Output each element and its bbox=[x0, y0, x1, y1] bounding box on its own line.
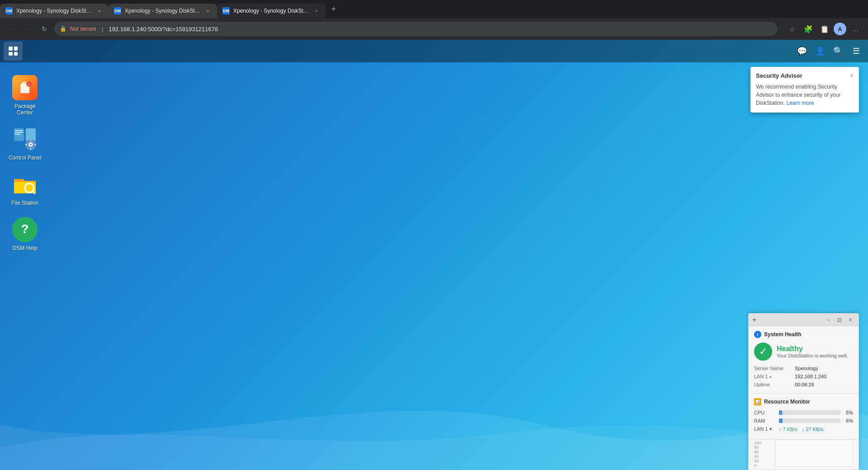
lan-speeds: ↑ 7 KB/s ↓ 27 KB/s bbox=[779, 427, 823, 432]
package-center-label: Package Center bbox=[6, 103, 43, 116]
back-button[interactable]: ← bbox=[5, 23, 18, 35]
taskbar-right: 💬 👤 🔍 ☰ bbox=[794, 43, 864, 59]
svg-rect-8 bbox=[26, 128, 36, 141]
health-status: Healthy bbox=[777, 345, 848, 353]
dsm-taskbar: 💬 👤 🔍 ☰ bbox=[0, 40, 868, 62]
collections-icon[interactable]: 📋 bbox=[817, 22, 832, 36]
uptime-value: 00:06:26 bbox=[795, 381, 853, 389]
cpu-bar-wrap bbox=[779, 410, 840, 415]
dsm-help-icon[interactable]: ? DSM Help bbox=[5, 213, 45, 255]
tab-3-close[interactable]: × bbox=[313, 7, 320, 14]
tab-2[interactable]: DM Xpenology - Synology DiskStat... × bbox=[108, 4, 217, 18]
tab-1-close[interactable]: × bbox=[96, 7, 103, 14]
chart-container: 100 80 60 40 20 0 bbox=[754, 440, 853, 467]
forward-button[interactable]: → bbox=[22, 23, 34, 35]
package-center-icon[interactable]: ! Package Center bbox=[5, 71, 45, 119]
widget-close-button[interactable]: × bbox=[846, 315, 855, 324]
info-icon: i bbox=[754, 331, 761, 338]
health-check-icon: ✓ bbox=[754, 343, 772, 361]
browser-chrome: DM Xpenology - Synology DiskStat... × DM… bbox=[0, 0, 868, 40]
chart-y-axis: 100 80 60 40 20 0 bbox=[754, 440, 761, 467]
health-text: Healthy Your DiskStation is working well… bbox=[777, 345, 848, 358]
health-row: ✓ Healthy Your DiskStation is working we… bbox=[754, 343, 853, 361]
svg-text:?: ? bbox=[21, 222, 28, 236]
tab-3[interactable]: DM Xpenology - Synology DiskStat... × bbox=[217, 4, 326, 18]
cpu-label: CPU bbox=[754, 410, 779, 415]
dsm-logo-grid bbox=[9, 47, 18, 56]
ram-bar-wrap bbox=[779, 418, 840, 423]
ram-row: RAM 6% bbox=[754, 418, 853, 423]
svg-rect-13 bbox=[30, 148, 31, 150]
address-input[interactable]: 🔒 Not secure | 192.168.1.240:5000/?dc=15… bbox=[54, 22, 778, 36]
tab-2-close[interactable]: × bbox=[204, 7, 212, 14]
profile-avatar[interactable]: A bbox=[834, 23, 846, 35]
system-health-title: i System Health bbox=[754, 331, 853, 338]
uptime-label: Uptime bbox=[754, 381, 795, 389]
bookmark-star-icon[interactable]: ☆ bbox=[785, 22, 799, 36]
menu-button[interactable]: ☰ bbox=[848, 43, 864, 59]
dsm-logo-button[interactable] bbox=[4, 42, 23, 61]
server-name-value: Xpenology bbox=[795, 364, 853, 372]
lan-value: 192.168.1.240 bbox=[795, 372, 853, 381]
svg-text:!: ! bbox=[28, 83, 30, 87]
file-station-label: File Station bbox=[11, 200, 38, 206]
tab-1[interactable]: DM Xpenology - Synology DiskStat... × bbox=[0, 4, 108, 18]
lan-speed-row: LAN 1 ▾ ↑ 7 KB/s ↓ 27 KB/s bbox=[754, 426, 853, 432]
upload-speed: ↑ 7 KB/s bbox=[779, 427, 797, 432]
lan-speed-arrow[interactable]: ▾ bbox=[769, 426, 772, 432]
tab-2-title: Xpenology - Synology DiskStat... bbox=[125, 8, 202, 14]
widget-controls: − ⊡ × bbox=[824, 315, 855, 324]
widget-titlebar: + − ⊡ × bbox=[749, 314, 859, 326]
background-wave bbox=[0, 334, 868, 470]
ram-percent: 6% bbox=[840, 418, 853, 423]
dsm-help-label: DSM Help bbox=[13, 245, 38, 251]
message-button[interactable]: 💬 bbox=[794, 43, 810, 59]
lan-dropdown-arrow[interactable]: ▾ bbox=[769, 375, 771, 379]
tab-3-title: Xpenology - Synology DiskStat... bbox=[233, 8, 310, 14]
security-popup-close[interactable]: × bbox=[850, 72, 854, 79]
cpu-percent: 5% bbox=[840, 410, 853, 415]
lan-speed-label: LAN 1 ▾ bbox=[754, 426, 779, 432]
refresh-button[interactable]: ↻ bbox=[38, 23, 51, 35]
widget-restore-button[interactable]: ⊡ bbox=[835, 315, 844, 324]
widget-minimize-button[interactable]: − bbox=[824, 315, 833, 324]
svg-rect-14 bbox=[25, 144, 27, 145]
tab-1-favicon: DM bbox=[5, 7, 13, 14]
security-popup-header: Security Advisor × bbox=[756, 72, 854, 79]
extensions-icon[interactable]: 🧩 bbox=[801, 22, 816, 36]
health-description: Your DiskStation is working well. bbox=[777, 353, 848, 358]
new-tab-button[interactable]: + bbox=[327, 3, 340, 15]
chart-inner bbox=[775, 440, 853, 467]
chart-y-0: 0 bbox=[754, 463, 761, 468]
svg-rect-5 bbox=[15, 130, 23, 131]
browser-toolbar: ☆ 🧩 📋 A … bbox=[785, 22, 863, 36]
chart-y-40: 40 bbox=[754, 454, 761, 459]
svg-rect-12 bbox=[30, 139, 31, 141]
svg-rect-15 bbox=[34, 144, 36, 145]
search-button[interactable]: 🔍 bbox=[830, 43, 846, 59]
tab-2-favicon: DM bbox=[114, 7, 121, 14]
address-text: 192.168.1.240:5000/?dc=1591931211678 bbox=[108, 26, 218, 33]
security-popup-title: Security Advisor bbox=[756, 72, 802, 79]
resource-monitor-section: 📊 Resource Monitor CPU 5% RAM 6% bbox=[749, 394, 859, 440]
address-bar: ← → ↻ 🔒 Not secure | 192.168.1.240:5000/… bbox=[0, 18, 868, 40]
svg-rect-7 bbox=[15, 134, 20, 135]
security-icon: 🔒 bbox=[60, 26, 66, 32]
security-label: Not secure bbox=[70, 26, 96, 32]
file-station-icon[interactable]: File Station bbox=[5, 168, 45, 210]
system-widget: + − ⊡ × i System Health ✓ Healthy Your D… bbox=[748, 313, 859, 470]
chart-area: 100 80 60 40 20 0 bbox=[749, 440, 859, 470]
lan-label: LAN 1 ▾ bbox=[754, 372, 795, 381]
control-panel-icon[interactable]: Control Panel bbox=[5, 123, 45, 164]
menu-icon[interactable]: … bbox=[848, 22, 863, 36]
person-button[interactable]: 👤 bbox=[812, 43, 828, 59]
tab-bar: DM Xpenology - Synology DiskStat... × DM… bbox=[0, 0, 868, 18]
chart-y-80: 80 bbox=[754, 445, 761, 450]
control-panel-img bbox=[12, 127, 38, 152]
health-info-table: Server Name Xpenology LAN 1 ▾ 192.168.1.… bbox=[754, 364, 853, 389]
security-advisor-popup: Security Advisor × We recommend enabling… bbox=[750, 67, 859, 113]
security-popup-link[interactable]: Learn more bbox=[786, 100, 814, 106]
system-health-section: i System Health ✓ Healthy Your DiskStati… bbox=[749, 326, 859, 394]
widget-add-button[interactable]: + bbox=[752, 316, 756, 324]
control-panel-label: Control Panel bbox=[9, 155, 42, 161]
